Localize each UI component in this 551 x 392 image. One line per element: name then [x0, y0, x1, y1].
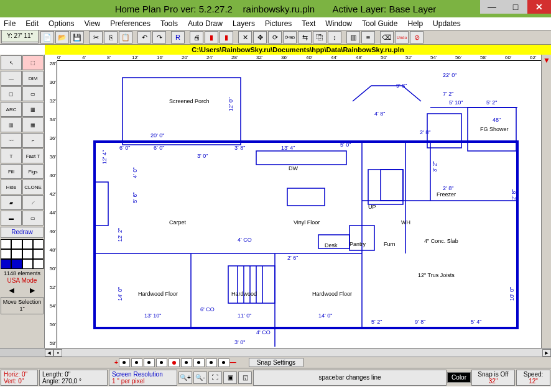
snap-dot-2[interactable] [131, 358, 142, 367]
cut-button[interactable]: ✂ [89, 31, 103, 43]
undo2-button[interactable]: Undo [395, 31, 409, 43]
tool-6-1[interactable]: Fast T [22, 148, 44, 163]
tool-2-0[interactable]: ▢ [1, 86, 22, 101]
color-swatch-10[interactable] [22, 259, 33, 269]
close-button[interactable]: ✕ [527, 0, 551, 14]
tool-4-0[interactable]: ▥ [1, 117, 22, 132]
menu-edit[interactable]: Edit [25, 19, 39, 28]
color-button[interactable]: Color [447, 372, 471, 383]
redraw-button[interactable]: Redraw [1, 227, 44, 238]
redo-button[interactable]: ↷ [152, 31, 166, 43]
scroll-right-button[interactable]: ► [542, 349, 551, 357]
rotate90-button[interactable]: ⟳90 [283, 31, 297, 43]
plus-icon[interactable]: + [114, 359, 118, 366]
exit-button[interactable]: ▮ [220, 31, 233, 43]
color-swatch-1[interactable] [11, 239, 22, 249]
snap-dot-6[interactable] [181, 358, 192, 367]
snap-dot-8[interactable] [206, 358, 217, 367]
minus-icon[interactable]: — [230, 359, 236, 366]
snap-dot-4[interactable] [156, 358, 167, 367]
tool-9-1[interactable]: ⟋ [22, 195, 44, 210]
tool-10-0[interactable]: ▬ [1, 211, 22, 226]
minimize-button[interactable]: — [480, 0, 504, 14]
hscroll-strip[interactable]: ◄ ▪ ► [0, 348, 551, 357]
tool-6-0[interactable]: T [1, 148, 22, 163]
snap-settings-button[interactable]: Snap Settings [249, 358, 303, 367]
align-button[interactable]: ↕ [328, 31, 341, 43]
new-button[interactable]: 📄 [40, 31, 54, 43]
colors-button[interactable]: ▥ [346, 31, 360, 43]
flip-button[interactable]: ⇆ [298, 31, 312, 43]
zoom-window-button[interactable]: ▣ [223, 371, 237, 384]
rotate-button[interactable]: ⟳ [268, 31, 282, 43]
size-button[interactable]: ✕ [238, 31, 252, 43]
color-swatch-8[interactable] [1, 259, 11, 269]
snap-dot-active[interactable] [169, 358, 180, 367]
menu-help[interactable]: Help [407, 19, 423, 28]
zoom-in-button[interactable]: 🔍+ [178, 371, 192, 384]
color-swatch-5[interactable] [11, 249, 22, 259]
tool-0-1[interactable]: ⬚ [22, 55, 44, 70]
repeat-button[interactable]: R [171, 31, 185, 43]
menu-auto-draw[interactable]: Auto Draw [188, 19, 223, 28]
tool-9-0[interactable]: ▰ [1, 195, 22, 210]
tool-5-1[interactable]: ⌐ [22, 133, 44, 148]
color-swatch-4[interactable] [1, 249, 11, 259]
menu-layers[interactable]: Layers [233, 19, 255, 28]
bars-button[interactable]: ≡ [361, 31, 375, 43]
tool-10-1[interactable]: ▭ [22, 211, 44, 226]
color-swatch-0[interactable] [1, 239, 11, 249]
tool-1-0[interactable]: — [1, 71, 22, 86]
tool-8-0[interactable]: Hide [1, 180, 22, 194]
menu-pictures[interactable]: Pictures [265, 19, 292, 28]
tool-3-1[interactable]: ▦ [22, 102, 44, 117]
zoom-out-button[interactable]: 🔍- [193, 371, 207, 384]
menu-preferences[interactable]: Preferences [110, 19, 150, 28]
tool-8-1[interactable]: CLONE [22, 180, 44, 194]
nav-arrows[interactable]: ◄► [0, 284, 44, 296]
tool-1-1[interactable]: DIM [22, 71, 44, 86]
menu-options[interactable]: Options [49, 19, 74, 28]
color-swatch-3[interactable] [33, 239, 44, 249]
color-swatch-7[interactable] [33, 249, 44, 259]
menu-tool-guide[interactable]: Tool Guide [362, 19, 397, 28]
menu-updates[interactable]: Updates [433, 19, 461, 28]
copy-button[interactable]: ⎘ [104, 31, 118, 43]
zoom-prev-button[interactable]: ◱ [238, 371, 252, 384]
menu-file[interactable]: File [4, 19, 16, 28]
tool-7-0[interactable]: Fill [1, 164, 22, 179]
scroll-handle[interactable]: ▪ [53, 349, 62, 357]
color-swatch-2[interactable] [22, 239, 33, 249]
color-swatch-9[interactable] [11, 259, 22, 269]
snap-dot-3[interactable] [144, 358, 155, 367]
zoom-fit-button[interactable]: ⛶ [208, 371, 222, 384]
color-swatch-11[interactable] [33, 259, 44, 269]
save-button[interactable]: 💾 [70, 31, 84, 43]
tool-5-0[interactable]: 〰 [1, 133, 22, 148]
dup-button[interactable]: ⿻ [313, 31, 326, 43]
maximize-button[interactable]: □ [504, 0, 527, 14]
move-button[interactable]: ✥ [253, 31, 267, 43]
drawing-canvas[interactable]: Screened PorchCarpetVinyl FloorHardwood … [57, 61, 541, 348]
eraser-button[interactable]: ⌫ [380, 31, 394, 43]
menu-window[interactable]: Window [325, 19, 352, 28]
print-button[interactable]: 🖨 [190, 31, 203, 43]
tool-2-1[interactable]: ▭ [22, 86, 44, 101]
paste-button[interactable]: 📋 [119, 31, 132, 43]
right-scroll-strip[interactable]: ▼ [541, 55, 551, 348]
menu-tools[interactable]: Tools [160, 19, 178, 28]
color-palette[interactable] [1, 239, 44, 269]
menu-text[interactable]: Text [302, 19, 315, 28]
stop-button[interactable]: ⊘ [410, 31, 424, 43]
snap-dot-1[interactable] [119, 358, 130, 367]
snap-dot-9[interactable] [218, 358, 229, 367]
tool-0-0[interactable]: ↖ [1, 55, 22, 70]
menu-view[interactable]: View [84, 19, 100, 28]
tool-3-0[interactable]: ARC [1, 102, 22, 117]
scroll-left-button[interactable]: ◄ [45, 349, 53, 357]
tool-7-1[interactable]: Figs [22, 164, 44, 179]
red-down-arrow-icon[interactable]: ▼ [543, 56, 550, 65]
snap-dot-7[interactable] [193, 358, 205, 367]
printer-button[interactable]: ▮ [205, 31, 218, 43]
undo-button[interactable]: ↶ [137, 31, 151, 43]
